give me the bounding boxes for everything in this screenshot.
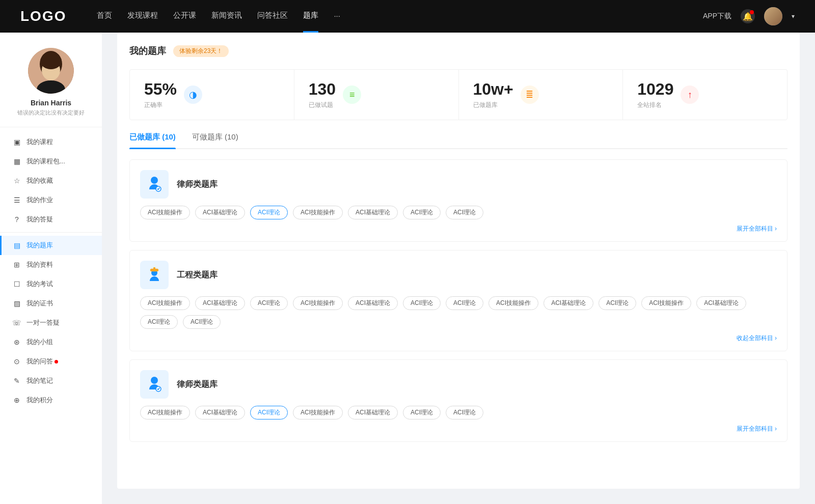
bank-expand-toggle[interactable]: 展开全部科目 [140,225,777,233]
menu-icon: ☰ [12,196,21,204]
bank-tag[interactable]: ACI理论 [599,296,636,310]
bank-title: 工程类题库 [177,270,218,281]
bank-tag[interactable]: ACI理论 [403,206,441,219]
logo[interactable]: LOGO [20,8,66,24]
sidebar-item-我的课程[interactable]: ▣我的课程 [0,132,102,152]
sidebar-item-我的收藏[interactable]: ☆我的收藏 [0,171,102,190]
nav-links: 首页发现课程公开课新闻资讯问答社区题库··· [97,11,703,22]
app-download-link[interactable]: APP下载 [703,12,731,21]
bank-tag[interactable]: ACI理论 [250,206,288,219]
bank-tag[interactable]: ACI理论 [446,206,483,219]
nav-link[interactable]: 题库 [303,11,318,22]
content-inner: 我的题库 体验剩余23天！ 55% 正确率 ◑ 130 已做试题 ≡ 10w+ … [117,33,800,489]
sidebar-item-我的小组[interactable]: ⊛我的小组 [0,332,102,352]
bank-card-header: 工程类题库 [140,261,777,289]
menu-label: 我的作业 [26,195,53,205]
page-title: 我的题库 [129,45,166,57]
bank-card-header: 律师类题库 [140,170,777,199]
bank-tag[interactable]: ACI基础理论 [348,296,398,310]
menu-icon: ▨ [12,299,21,307]
bank-card-bank1: 律师类题库ACI技能操作ACI基础理论ACI理论ACI技能操作ACI基础理论AC… [129,159,787,242]
menu-label: 我的考试 [26,279,53,289]
sidebar-item-我的课程包...[interactable]: ▦我的课程包... [0,152,102,171]
notification-bell[interactable]: 🔔 [741,9,755,23]
stat-item: 55% 正确率 ◑ [130,70,294,120]
sidebar-item-我的作业[interactable]: ☰我的作业 [0,190,102,210]
avatar[interactable] [764,7,782,25]
stat-item: 10w+ 已做题库 ≣ [459,70,623,120]
sidebar-item-一对一答疑[interactable]: ☏一对一答疑 [0,313,102,332]
sidebar-item-我的积分[interactable]: ⊕我的积分 [0,390,102,410]
nav-link[interactable]: 问答社区 [257,11,288,22]
bank-tag[interactable]: ACI技能操作 [293,206,343,219]
bank-tag[interactable]: ACI技能操作 [140,206,190,219]
trial-badge: 体验剩余23天！ [173,45,229,57]
menu-label: 我的证书 [26,299,53,308]
bank-tag[interactable]: ACI理论 [403,296,441,310]
menu-label: 我的小组 [26,338,53,347]
bank-tag[interactable]: ACI理论 [446,406,483,419]
sidebar-item-我的答疑[interactable]: ?我的答疑 [0,210,102,229]
nav-link[interactable]: 发现课程 [127,11,158,22]
bank-tag[interactable]: ACI基础理论 [195,206,245,219]
bank-expand-label: 展开全部科目 [737,425,777,432]
bank-tag[interactable]: ACI基础理论 [544,296,593,310]
bank-tag[interactable]: ACI基础理论 [348,206,398,219]
stat-icon: ≡ [343,86,361,104]
lawyer-icon [140,170,169,199]
stat-label: 已做试题 [309,101,336,109]
bank-tag[interactable]: ACI基础理论 [348,406,398,419]
tab-item[interactable]: 可做题库 (10) [192,132,238,148]
tab-item[interactable]: 已做题库 (10) [129,132,176,148]
svg-point-10 [151,377,158,384]
bank-tag[interactable]: ACI技能操作 [488,296,538,310]
sidebar-item-我的笔记[interactable]: ✎我的笔记 [0,371,102,390]
bank-tag[interactable]: ACI理论 [250,296,288,310]
nav-link[interactable]: ··· [334,11,340,22]
sidebar: Brian Harris 错误的决定比没有决定要好 ▣我的课程▦我的课程包...… [0,33,102,504]
bank-tag[interactable]: ACI理论 [250,406,288,419]
sidebar-profile: Brian Harris 错误的决定比没有决定要好 [0,43,102,127]
stat-value: 1029 [637,80,673,99]
sidebar-item-我的考试[interactable]: ☐我的考试 [0,274,102,294]
sidebar-item-我的题库[interactable]: ▤我的题库 [0,236,102,255]
sidebar-item-我的资料[interactable]: ⊞我的资料 [0,255,102,274]
svg-rect-9 [153,267,155,269]
bank-tag[interactable]: ACI理论 [446,296,483,310]
bank-tag[interactable]: ACI技能操作 [641,296,691,310]
nav-link[interactable]: 首页 [97,11,112,22]
stat-icon: ≣ [521,86,539,104]
stat-text-group: 130 已做试题 [309,80,336,109]
bank-expand-toggle[interactable]: 收起全部科目 [140,334,777,343]
bank-tag[interactable]: ACI技能操作 [140,296,190,310]
sidebar-item-我的问答[interactable]: ⊙我的问答 [0,352,102,371]
nav-link[interactable]: 新闻资讯 [211,11,242,22]
bank-tag[interactable]: ACI技能操作 [293,296,343,310]
bank-tag[interactable]: ACI基础理论 [696,296,746,310]
chevron-down-icon[interactable]: ▾ [792,13,795,20]
bank-expand-toggle[interactable]: 展开全部科目 [140,425,777,433]
bank-tag[interactable]: ACI技能操作 [140,406,190,419]
bank-card-bank2: 工程类题库ACI技能操作ACI基础理论ACI理论ACI技能操作ACI基础理论AC… [129,250,787,351]
bank-tag[interactable]: ACI理论 [140,315,178,329]
bank-tag[interactable]: ACI基础理论 [195,406,245,419]
bank-expand-label: 展开全部科目 [737,225,777,232]
stat-text-group: 1029 全站排名 [637,80,673,109]
menu-icon: ☏ [12,319,21,327]
menu-label: 我的积分 [26,396,53,405]
svg-point-5 [151,177,158,184]
sidebar-item-我的证书[interactable]: ▨我的证书 [0,294,102,313]
bank-tag[interactable]: ACI理论 [183,315,221,329]
stat-icon: ↑ [681,86,699,104]
bank-tag[interactable]: ACI理论 [403,406,441,419]
nav-link[interactable]: 公开课 [173,11,196,22]
menu-icon: ⊕ [12,396,21,404]
bank-tag[interactable]: ACI技能操作 [293,406,343,419]
notification-dot [750,10,754,14]
tabs-row: 已做题库 (10)可做题库 (10) [129,132,787,149]
nav-right: APP下载 🔔 ▾ [703,7,795,25]
bank-tag[interactable]: ACI基础理论 [195,296,245,310]
sidebar-avatar [28,48,74,94]
notification-dot-badge [55,360,58,363]
stat-item: 1029 全站排名 ↑ [623,70,787,120]
